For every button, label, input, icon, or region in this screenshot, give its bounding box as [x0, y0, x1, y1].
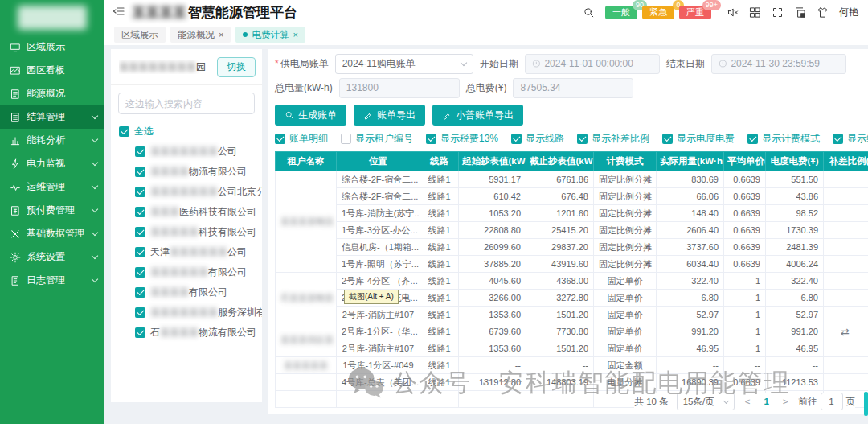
layout-grid-icon[interactable]: [749, 6, 761, 19]
close-tab-icon[interactable]: ×: [219, 31, 223, 39]
checkbox-checked[interactable]: [135, 327, 145, 338]
alarm-badge[interactable]: 严重99+: [679, 6, 711, 19]
tree-item-tenant[interactable]: 某某某某有限公司: [119, 282, 262, 303]
tab-区域展示[interactable]: 区域展示: [114, 27, 166, 43]
sidebar-item-data[interactable]: 基础数据管理: [0, 222, 104, 245]
table-row[interactable]: 4号库-总表（美团...线路1131912.80148803.19电量分摊168…: [276, 374, 868, 391]
option-显示电度电费[interactable]: 显示电度电费: [662, 132, 735, 146]
option-显示税费13%[interactable]: 显示税费13%: [426, 132, 498, 146]
checkbox-checked[interactable]: [135, 146, 145, 157]
bill-select[interactable]: 2024-11购电账单: [335, 54, 473, 74]
tree-item-tenant[interactable]: 某某某某某某某公司北京分公司: [119, 182, 262, 202]
tree-item-tenant[interactable]: 某某某某某某某公司: [119, 142, 262, 162]
checkbox-checked[interactable]: [577, 134, 588, 144]
tab-能源概况[interactable]: 能源概况×: [170, 27, 231, 43]
checkbox-unchecked[interactable]: [341, 134, 351, 144]
checkbox-checked[interactable]: [135, 267, 145, 278]
checkbox-checked[interactable]: [135, 187, 145, 197]
option-显示补差比例[interactable]: 显示补差比例: [577, 132, 649, 146]
sidebar-item-energy[interactable]: 能源概况: [0, 82, 104, 105]
alarm-badge[interactable]: 紧急0: [642, 6, 674, 19]
option-显示计费模式[interactable]: 显示计费模式: [747, 132, 820, 146]
table-row[interactable]: 2号库-消防主#107线路11353.601501.20固定单价46.95146…: [276, 340, 868, 357]
checkbox-checked[interactable]: [662, 134, 673, 144]
sidebar-item-log[interactable]: 日志管理: [0, 269, 104, 292]
table-row[interactable]: 综合楼-2F-宿舍二...线路1610.42676.48固定比例分摊66.060…: [276, 188, 868, 205]
tree-item-tenant[interactable]: 某某某医药科技有限公司: [119, 202, 262, 222]
checkbox-checked[interactable]: [135, 307, 145, 318]
checkbox-checked[interactable]: [135, 247, 145, 257]
copy-screenshot-icon[interactable]: [794, 6, 806, 19]
sidebar-item-region[interactable]: 区域展示: [0, 35, 104, 59]
tree-select-all[interactable]: 全选: [119, 121, 262, 142]
sidebar-item-prepay[interactable]: 预付费管理: [0, 199, 104, 222]
table-row[interactable]: 1号库-3分区-办公...线路122808.8025415.20固定比例分摊26…: [276, 222, 868, 239]
sidebar-item-board[interactable]: 园区看板: [0, 59, 104, 82]
option-显示结算单价[interactable]: 显示结算单价: [833, 132, 868, 146]
tree-item-tenant[interactable]: 某某某某某某有限公司: [119, 262, 262, 282]
checkbox-checked[interactable]: [119, 126, 129, 137]
sidebar-item-settle[interactable]: 结算管理: [0, 105, 104, 129]
tree-search-input[interactable]: [118, 93, 255, 114]
column-header: 实际用量(kW·h): [657, 152, 724, 171]
table-row[interactable]: 2号库-消防主#107线路11353.601501.20固定单价52.97152…: [276, 307, 868, 323]
checkbox-checked[interactable]: [275, 134, 285, 144]
sidebar-item-ops[interactable]: 运维管理: [0, 175, 104, 199]
checkbox-checked[interactable]: [426, 134, 436, 144]
start-date-input[interactable]: [525, 54, 660, 74]
option-账单明细[interactable]: 账单明细: [275, 132, 328, 146]
table-row[interactable]: 石某某某物某2号库-4分区-（齐...线路14045.604368.00固定单价…: [276, 273, 868, 290]
chevron-down-icon: [92, 113, 98, 119]
tab-电费计算[interactable]: 电费计算×: [235, 27, 305, 43]
sidebar-item-settings[interactable]: 系统设置: [0, 245, 104, 269]
sidebar-item-chart[interactable]: 能耗分析: [0, 129, 104, 152]
table-row[interactable]: 某某某某物流综合楼-2F-宿舍二...线路15931.176761.86固定比例…: [276, 171, 868, 188]
generate-bill-button[interactable]: 生成账单: [275, 105, 346, 126]
page-size-select[interactable]: 15条/页: [677, 393, 735, 410]
current-user-name[interactable]: 何艳: [839, 6, 858, 19]
export-small-bill-button[interactable]: 小普账单导出: [432, 105, 523, 126]
table-row[interactable]: 1号库-照明（苏宁...线路137885.2043919.60固定比例分摊603…: [276, 256, 868, 273]
prev-page-button[interactable]: <: [743, 397, 753, 406]
tenant-name: 某某某某某某有限公司: [150, 266, 247, 279]
search-icon[interactable]: [583, 6, 595, 19]
table-row[interactable]: 某某某某某1号库-1分区-#049线路1----固定金额------: [276, 357, 868, 374]
table-cell: --: [657, 357, 724, 374]
checkbox-checked[interactable]: [135, 287, 145, 298]
checkbox-checked[interactable]: [135, 207, 145, 217]
scroll-handle-icon[interactable]: ⇄: [841, 326, 850, 338]
checkbox-checked[interactable]: [135, 167, 145, 177]
tenant-name-cell: 某某某某物流: [276, 171, 337, 273]
fullscreen-icon[interactable]: [772, 6, 784, 19]
table-row[interactable]: 信息机房-（1期箱...线路126099.6029837.20固定比例分摊373…: [276, 239, 868, 256]
tree-item-tenant[interactable]: 某某某某物流有限公司: [119, 162, 262, 182]
close-tab-icon[interactable]: ×: [293, 31, 297, 39]
total-fee-input[interactable]: [513, 78, 633, 98]
next-page-button[interactable]: >: [780, 397, 791, 406]
checkbox-checked[interactable]: [511, 134, 522, 144]
tree-item-tenant[interactable]: 某某某某某某某服务深圳有限公司广: [119, 303, 262, 323]
checkbox-checked[interactable]: [833, 134, 843, 144]
tree-item-tenant[interactable]: 天津某某某某某某公司: [119, 242, 262, 262]
table-row[interactable]: 某某某供应某2号库-1分区-（华...线路16739.607730.80固定单价…: [276, 323, 868, 340]
export-bill-button[interactable]: 账单导出: [354, 105, 425, 126]
alarm-badge[interactable]: 一般90: [605, 6, 637, 19]
option-显示租户编号[interactable]: 显示租户编号: [341, 132, 413, 146]
option-显示线路[interactable]: 显示线路: [511, 132, 564, 146]
tree-item-tenant[interactable]: 某某某某某科技有限公司: [119, 222, 262, 242]
tree-item-tenant[interactable]: 石某某某某物流有限公司: [119, 323, 262, 343]
goto-page-input[interactable]: [821, 393, 843, 410]
table-cell: 4号库-总表（美团...: [337, 374, 420, 391]
checkbox-checked[interactable]: [747, 134, 758, 144]
theme-shirt-icon[interactable]: [817, 6, 829, 19]
total-energy-input[interactable]: [339, 78, 460, 98]
end-date-input[interactable]: [711, 54, 846, 74]
table-row[interactable]: 1号库-消防主(苏宁...线路11053.201201.60固定比例分摊148.…: [276, 205, 868, 222]
collapse-menu-icon[interactable]: [113, 5, 125, 20]
checkbox-checked[interactable]: [135, 227, 145, 237]
switch-park-button[interactable]: 切换: [217, 57, 256, 77]
vertical-scrollbar-thumb[interactable]: [864, 392, 868, 416]
current-page[interactable]: 1: [760, 397, 772, 406]
speaker-mute-icon[interactable]: [727, 6, 739, 19]
sidebar-item-power[interactable]: 电力监视: [0, 152, 104, 175]
